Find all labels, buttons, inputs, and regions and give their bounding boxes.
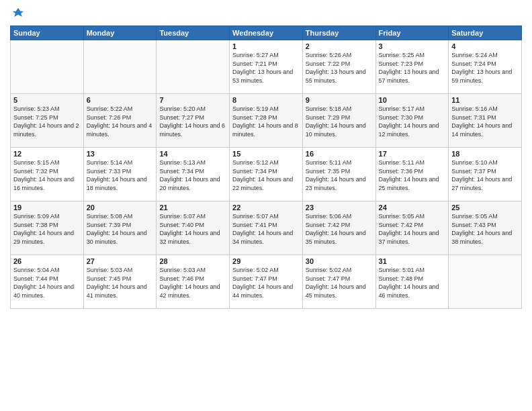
day-number: 8 [232, 96, 300, 104]
day-number: 15 [232, 150, 300, 158]
calendar-cell [83, 40, 157, 94]
calendar-cell: 23Sunrise: 5:06 AMSunset: 7:42 PMDayligh… [302, 201, 375, 255]
day-number: 28 [159, 257, 226, 265]
day-info: Sunrise: 5:22 AMSunset: 7:26 PMDaylight:… [87, 105, 154, 138]
calendar-cell: 29Sunrise: 5:02 AMSunset: 7:47 PMDayligh… [230, 255, 303, 309]
weekday-header: Wednesday [230, 26, 303, 40]
day-info: Sunrise: 5:12 AMSunset: 7:34 PMDaylight:… [232, 158, 300, 192]
day-number: 21 [159, 203, 226, 212]
day-info: Sunrise: 5:04 AMSunset: 7:44 PMDaylight:… [13, 266, 81, 300]
day-info: Sunrise: 5:24 AMSunset: 7:24 PMDaylight:… [451, 51, 519, 85]
day-info: Sunrise: 5:26 AMSunset: 7:22 PMDaylight:… [306, 51, 373, 85]
calendar-cell: 27Sunrise: 5:03 AMSunset: 7:45 PMDayligh… [83, 255, 157, 309]
calendar-cell: 3Sunrise: 5:25 AMSunset: 7:23 PMDaylight… [375, 40, 449, 94]
calendar: SundayMondayTuesdayWednesdayThursdayFrid… [10, 26, 522, 309]
day-info: Sunrise: 5:16 AMSunset: 7:31 PMDaylight:… [451, 105, 519, 138]
weekday-header: Tuesday [157, 26, 230, 40]
calendar-cell: 28Sunrise: 5:03 AMSunset: 7:46 PMDayligh… [157, 255, 230, 309]
day-info: Sunrise: 5:23 AMSunset: 7:25 PMDaylight:… [13, 105, 81, 138]
day-info: Sunrise: 5:03 AMSunset: 7:46 PMDaylight:… [159, 266, 226, 300]
day-info: Sunrise: 5:05 AMSunset: 7:42 PMDaylight:… [379, 212, 446, 246]
header [10, 7, 522, 20]
day-number: 4 [451, 42, 519, 50]
day-number: 26 [13, 257, 81, 265]
calendar-week-row: 1Sunrise: 5:27 AMSunset: 7:21 PMDaylight… [11, 40, 522, 94]
day-info: Sunrise: 5:20 AMSunset: 7:27 PMDaylight:… [159, 105, 226, 138]
calendar-cell: 25Sunrise: 5:05 AMSunset: 7:43 PMDayligh… [449, 201, 522, 255]
calendar-cell: 19Sunrise: 5:09 AMSunset: 7:38 PMDayligh… [11, 201, 84, 255]
calendar-week-row: 5Sunrise: 5:23 AMSunset: 7:25 PMDaylight… [11, 94, 522, 148]
day-number: 6 [87, 96, 154, 104]
day-number: 16 [306, 150, 373, 158]
calendar-cell [11, 40, 84, 94]
calendar-cell: 2Sunrise: 5:26 AMSunset: 7:22 PMDaylight… [302, 40, 375, 94]
day-info: Sunrise: 5:07 AMSunset: 7:40 PMDaylight:… [159, 212, 226, 246]
day-number: 10 [379, 96, 446, 104]
calendar-cell: 14Sunrise: 5:13 AMSunset: 7:34 PMDayligh… [157, 148, 230, 201]
day-info: Sunrise: 5:27 AMSunset: 7:21 PMDaylight:… [232, 51, 300, 85]
weekday-header: Monday [83, 26, 157, 40]
calendar-week-row: 26Sunrise: 5:04 AMSunset: 7:44 PMDayligh… [11, 255, 522, 309]
day-number: 3 [379, 42, 446, 50]
day-info: Sunrise: 5:11 AMSunset: 7:36 PMDaylight:… [379, 158, 446, 192]
calendar-cell: 12Sunrise: 5:15 AMSunset: 7:32 PMDayligh… [11, 148, 84, 201]
day-number: 12 [13, 150, 81, 158]
day-number: 19 [13, 203, 81, 212]
calendar-cell: 24Sunrise: 5:05 AMSunset: 7:42 PMDayligh… [375, 201, 449, 255]
day-info: Sunrise: 5:02 AMSunset: 7:47 PMDaylight:… [306, 266, 373, 300]
day-number: 9 [306, 96, 373, 104]
calendar-cell: 6Sunrise: 5:22 AMSunset: 7:26 PMDaylight… [83, 94, 157, 148]
day-info: Sunrise: 5:18 AMSunset: 7:29 PMDaylight:… [306, 105, 373, 138]
calendar-cell [449, 255, 522, 309]
day-info: Sunrise: 5:06 AMSunset: 7:42 PMDaylight:… [306, 212, 373, 246]
day-number: 2 [306, 42, 373, 50]
calendar-cell: 16Sunrise: 5:11 AMSunset: 7:35 PMDayligh… [302, 148, 375, 201]
calendar-cell: 26Sunrise: 5:04 AMSunset: 7:44 PMDayligh… [11, 255, 84, 309]
day-info: Sunrise: 5:15 AMSunset: 7:32 PMDaylight:… [13, 158, 81, 192]
logo-icon [11, 7, 25, 20]
calendar-week-row: 12Sunrise: 5:15 AMSunset: 7:32 PMDayligh… [11, 148, 522, 201]
weekday-header-row: SundayMondayTuesdayWednesdayThursdayFrid… [11, 26, 522, 40]
day-number: 30 [306, 257, 373, 265]
day-info: Sunrise: 5:11 AMSunset: 7:35 PMDaylight:… [306, 158, 373, 192]
calendar-cell: 31Sunrise: 5:01 AMSunset: 7:48 PMDayligh… [375, 255, 449, 309]
day-number: 31 [379, 257, 446, 265]
day-number: 20 [87, 203, 154, 212]
weekday-header: Thursday [302, 26, 375, 40]
calendar-cell: 11Sunrise: 5:16 AMSunset: 7:31 PMDayligh… [449, 94, 522, 148]
logo [10, 7, 25, 20]
calendar-cell: 1Sunrise: 5:27 AMSunset: 7:21 PMDaylight… [230, 40, 303, 94]
day-number: 27 [87, 257, 154, 265]
calendar-cell: 18Sunrise: 5:10 AMSunset: 7:37 PMDayligh… [449, 148, 522, 201]
calendar-cell [157, 40, 230, 94]
day-info: Sunrise: 5:17 AMSunset: 7:30 PMDaylight:… [379, 105, 446, 138]
day-number: 17 [379, 150, 446, 158]
weekday-header: Saturday [449, 26, 522, 40]
day-number: 25 [451, 203, 519, 212]
calendar-cell: 5Sunrise: 5:23 AMSunset: 7:25 PMDaylight… [11, 94, 84, 148]
weekday-header: Sunday [11, 26, 84, 40]
day-info: Sunrise: 5:01 AMSunset: 7:48 PMDaylight:… [379, 266, 446, 300]
day-number: 29 [232, 257, 300, 265]
day-info: Sunrise: 5:08 AMSunset: 7:39 PMDaylight:… [87, 212, 154, 246]
calendar-cell: 9Sunrise: 5:18 AMSunset: 7:29 PMDaylight… [302, 94, 375, 148]
day-info: Sunrise: 5:09 AMSunset: 7:38 PMDaylight:… [13, 212, 81, 246]
calendar-cell: 7Sunrise: 5:20 AMSunset: 7:27 PMDaylight… [157, 94, 230, 148]
day-info: Sunrise: 5:02 AMSunset: 7:47 PMDaylight:… [232, 266, 300, 300]
calendar-cell: 4Sunrise: 5:24 AMSunset: 7:24 PMDaylight… [449, 40, 522, 94]
calendar-cell: 21Sunrise: 5:07 AMSunset: 7:40 PMDayligh… [157, 201, 230, 255]
calendar-cell: 30Sunrise: 5:02 AMSunset: 7:47 PMDayligh… [302, 255, 375, 309]
calendar-cell: 13Sunrise: 5:14 AMSunset: 7:33 PMDayligh… [83, 148, 157, 201]
calendar-cell: 22Sunrise: 5:07 AMSunset: 7:41 PMDayligh… [230, 201, 303, 255]
calendar-cell: 17Sunrise: 5:11 AMSunset: 7:36 PMDayligh… [375, 148, 449, 201]
day-info: Sunrise: 5:05 AMSunset: 7:43 PMDaylight:… [451, 212, 519, 246]
day-info: Sunrise: 5:13 AMSunset: 7:34 PMDaylight:… [159, 158, 226, 192]
day-info: Sunrise: 5:14 AMSunset: 7:33 PMDaylight:… [87, 158, 154, 192]
day-number: 14 [159, 150, 226, 158]
calendar-cell: 15Sunrise: 5:12 AMSunset: 7:34 PMDayligh… [230, 148, 303, 201]
calendar-week-row: 19Sunrise: 5:09 AMSunset: 7:38 PMDayligh… [11, 201, 522, 255]
calendar-cell: 8Sunrise: 5:19 AMSunset: 7:28 PMDaylight… [230, 94, 303, 148]
day-number: 22 [232, 203, 300, 212]
day-number: 7 [159, 96, 226, 104]
day-number: 1 [232, 42, 300, 50]
